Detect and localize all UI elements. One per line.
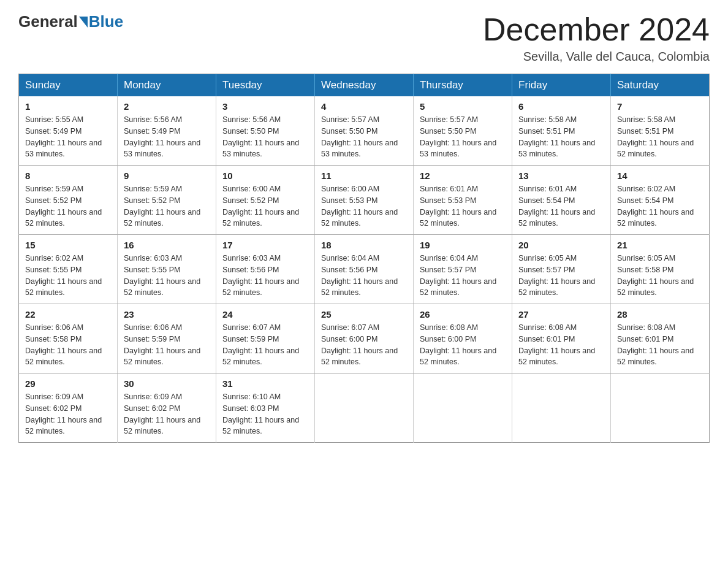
calendar-day-cell: 31 Sunrise: 6:10 AMSunset: 6:03 PMDaylig… [216,373,315,443]
calendar-day-cell: 24 Sunrise: 6:07 AMSunset: 5:59 PMDaylig… [216,304,315,373]
day-info: Sunrise: 6:08 AMSunset: 6:01 PMDaylight:… [518,323,595,366]
day-number: 12 [420,170,506,181]
day-number: 7 [617,101,703,112]
day-number: 17 [222,240,308,250]
day-info: Sunrise: 6:09 AMSunset: 6:02 PMDaylight:… [124,393,200,435]
calendar-day-cell: 2 Sunrise: 5:56 AMSunset: 5:49 PMDayligh… [118,96,216,166]
day-number: 4 [321,101,407,112]
title-area: December 2024 Sevilla, Valle del Cauca, … [483,12,710,64]
calendar-day-cell: 7 Sunrise: 5:58 AMSunset: 5:51 PMDayligh… [611,96,710,166]
logo-triangle-icon [79,17,88,28]
day-number: 30 [124,378,210,389]
calendar-week-row: 22 Sunrise: 6:06 AMSunset: 5:58 PMDaylig… [19,304,710,373]
calendar-day-cell: 14 Sunrise: 6:02 AMSunset: 5:54 PMDaylig… [611,166,710,235]
calendar-day-cell: 28 Sunrise: 6:08 AMSunset: 6:01 PMDaylig… [611,304,710,373]
day-number: 5 [420,101,506,112]
day-number: 25 [321,309,407,320]
day-number: 8 [25,170,111,181]
weekday-header-saturday: Saturday [611,74,710,97]
day-info: Sunrise: 6:07 AMSunset: 6:00 PMDaylight:… [321,323,398,366]
day-number: 16 [124,240,210,250]
day-info: Sunrise: 5:59 AMSunset: 5:52 PMDaylight:… [124,185,200,228]
day-info: Sunrise: 5:57 AMSunset: 5:50 PMDaylight:… [321,115,398,158]
day-info: Sunrise: 6:01 AMSunset: 5:54 PMDaylight:… [518,185,595,228]
day-number: 20 [518,240,604,250]
day-number: 10 [222,170,308,181]
calendar-subtitle: Sevilla, Valle del Cauca, Colombia [483,50,710,64]
day-info: Sunrise: 6:03 AMSunset: 5:56 PMDaylight:… [222,254,299,297]
day-info: Sunrise: 6:02 AMSunset: 5:54 PMDaylight:… [617,185,694,228]
day-info: Sunrise: 6:02 AMSunset: 5:55 PMDaylight:… [25,254,102,297]
day-info: Sunrise: 6:05 AMSunset: 5:57 PMDaylight:… [518,254,595,297]
calendar-day-cell: 18 Sunrise: 6:04 AMSunset: 5:56 PMDaylig… [315,235,414,304]
calendar-day-cell [611,373,710,443]
calendar-day-cell: 17 Sunrise: 6:03 AMSunset: 5:56 PMDaylig… [216,235,315,304]
day-info: Sunrise: 5:58 AMSunset: 5:51 PMDaylight:… [518,115,595,158]
calendar-day-cell: 16 Sunrise: 6:03 AMSunset: 5:55 PMDaylig… [118,235,216,304]
day-info: Sunrise: 6:04 AMSunset: 5:56 PMDaylight:… [321,254,398,297]
calendar-day-cell: 3 Sunrise: 5:56 AMSunset: 5:50 PMDayligh… [216,96,315,166]
day-info: Sunrise: 5:59 AMSunset: 5:52 PMDaylight:… [25,185,102,228]
day-number: 1 [25,101,111,112]
calendar-day-cell: 26 Sunrise: 6:08 AMSunset: 6:00 PMDaylig… [414,304,512,373]
calendar-day-cell: 20 Sunrise: 6:05 AMSunset: 5:57 PMDaylig… [512,235,611,304]
calendar-day-cell: 23 Sunrise: 6:06 AMSunset: 5:59 PMDaylig… [118,304,216,373]
day-info: Sunrise: 6:09 AMSunset: 6:02 PMDaylight:… [25,393,102,435]
day-info: Sunrise: 6:08 AMSunset: 6:00 PMDaylight:… [420,323,496,366]
calendar-day-cell: 25 Sunrise: 6:07 AMSunset: 6:00 PMDaylig… [315,304,414,373]
day-info: Sunrise: 6:03 AMSunset: 5:55 PMDaylight:… [124,254,200,297]
calendar-title: December 2024 [483,12,710,47]
day-info: Sunrise: 6:07 AMSunset: 5:59 PMDaylight:… [222,323,299,366]
day-info: Sunrise: 6:08 AMSunset: 6:01 PMDaylight:… [617,323,694,366]
day-info: Sunrise: 6:04 AMSunset: 5:57 PMDaylight:… [420,254,496,297]
day-number: 24 [222,309,308,320]
day-info: Sunrise: 6:01 AMSunset: 5:53 PMDaylight:… [420,185,496,228]
day-number: 27 [518,309,604,320]
day-info: Sunrise: 5:56 AMSunset: 5:50 PMDaylight:… [222,115,299,158]
day-info: Sunrise: 6:06 AMSunset: 5:58 PMDaylight:… [25,323,102,366]
weekday-header-friday: Friday [512,74,611,97]
calendar-week-row: 15 Sunrise: 6:02 AMSunset: 5:55 PMDaylig… [19,235,710,304]
calendar-day-cell: 19 Sunrise: 6:04 AMSunset: 5:57 PMDaylig… [414,235,512,304]
calendar-day-cell: 10 Sunrise: 6:00 AMSunset: 5:52 PMDaylig… [216,166,315,235]
day-number: 29 [25,378,111,389]
weekday-header-wednesday: Wednesday [315,74,414,97]
calendar-day-cell [414,373,512,443]
calendar-day-cell [512,373,611,443]
day-number: 6 [518,101,604,112]
day-number: 18 [321,240,407,250]
day-number: 19 [420,240,506,250]
day-number: 31 [222,378,308,389]
weekday-header-row: SundayMondayTuesdayWednesdayThursdayFrid… [19,74,710,97]
day-info: Sunrise: 5:56 AMSunset: 5:49 PMDaylight:… [124,115,200,158]
day-info: Sunrise: 6:00 AMSunset: 5:52 PMDaylight:… [222,185,299,228]
calendar-day-cell: 1 Sunrise: 5:55 AMSunset: 5:49 PMDayligh… [19,96,118,166]
day-number: 13 [518,170,604,181]
day-number: 9 [124,170,210,181]
day-number: 3 [222,101,308,112]
day-info: Sunrise: 5:55 AMSunset: 5:49 PMDaylight:… [25,115,102,158]
day-number: 23 [124,309,210,320]
weekday-header-thursday: Thursday [414,74,512,97]
weekday-header-sunday: Sunday [19,74,118,97]
day-info: Sunrise: 6:10 AMSunset: 6:03 PMDaylight:… [222,393,299,435]
page-header: General Blue December 2024 Sevilla, Vall… [18,12,710,64]
calendar-day-cell: 27 Sunrise: 6:08 AMSunset: 6:01 PMDaylig… [512,304,611,373]
calendar-day-cell: 30 Sunrise: 6:09 AMSunset: 6:02 PMDaylig… [118,373,216,443]
day-number: 28 [617,309,703,320]
calendar-day-cell: 15 Sunrise: 6:02 AMSunset: 5:55 PMDaylig… [19,235,118,304]
calendar-day-cell: 11 Sunrise: 6:00 AMSunset: 5:53 PMDaylig… [315,166,414,235]
day-info: Sunrise: 5:57 AMSunset: 5:50 PMDaylight:… [420,115,496,158]
calendar-day-cell: 22 Sunrise: 6:06 AMSunset: 5:58 PMDaylig… [19,304,118,373]
calendar-day-cell: 9 Sunrise: 5:59 AMSunset: 5:52 PMDayligh… [118,166,216,235]
logo-blue-text: Blue [89,12,123,31]
calendar-day-cell [315,373,414,443]
calendar-table: SundayMondayTuesdayWednesdayThursdayFrid… [18,74,710,443]
day-info: Sunrise: 6:00 AMSunset: 5:53 PMDaylight:… [321,185,398,228]
day-info: Sunrise: 6:05 AMSunset: 5:58 PMDaylight:… [617,254,694,297]
calendar-day-cell: 6 Sunrise: 5:58 AMSunset: 5:51 PMDayligh… [512,96,611,166]
day-info: Sunrise: 5:58 AMSunset: 5:51 PMDaylight:… [617,115,694,158]
calendar-week-row: 1 Sunrise: 5:55 AMSunset: 5:49 PMDayligh… [19,96,710,166]
day-number: 15 [25,240,111,250]
calendar-day-cell: 21 Sunrise: 6:05 AMSunset: 5:58 PMDaylig… [611,235,710,304]
